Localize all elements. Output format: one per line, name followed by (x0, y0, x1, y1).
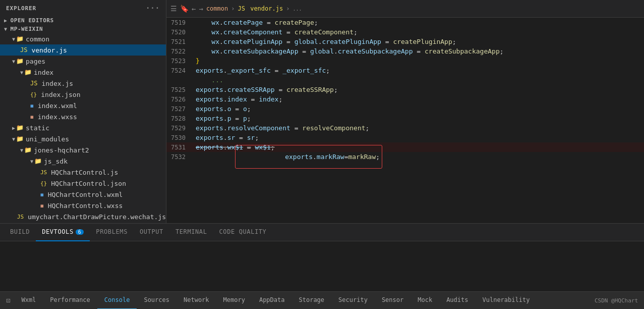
tree-item-hqchartcontrol-wxml[interactable]: ◼ HQChartControl.wxml (0, 189, 166, 200)
line-num-7532: 7532 (166, 153, 192, 161)
devtools-tab-appdata[interactable]: AppData (252, 292, 292, 310)
line-content-7523: } (192, 57, 644, 65)
tree-item-js-sdk[interactable]: ▼ 📁 js_sdk (0, 156, 166, 167)
code-line-7525: 7525 exports.createSSRApp = createSSRApp… (166, 85, 644, 94)
folder-icon-js-sdk: 📁 (34, 158, 42, 165)
code-container[interactable]: 7519 wx.createPage = createPage; 7520 wx… (166, 18, 644, 223)
line-content-7529: exports.resolveComponent = resolveCompon… (192, 124, 644, 132)
sidebar-header-icons: ··· (146, 4, 160, 12)
devtools-tab-sensor-label: Sensor (382, 296, 403, 303)
panel-content (0, 241, 644, 291)
devtools-tab-wxml[interactable]: Wxml (14, 292, 43, 310)
tab-devtools-label: DEVTOOLS (42, 228, 74, 235)
folder-icon-index: 📁 (24, 69, 32, 76)
bookmark-icon[interactable]: 🔖 (180, 5, 189, 13)
label-uni-modules: uni_modules (26, 135, 69, 143)
tree-item-index-folder[interactable]: ▼ 📁 index (0, 67, 166, 78)
folder-icon-static: 📁 (16, 124, 24, 131)
tree-item-common[interactable]: ▼ 📁 common (0, 33, 166, 44)
devtools-tab-performance[interactable]: Performance (43, 292, 97, 310)
devtools-tab-console-label: Console (104, 296, 130, 303)
label-index-folder: index (34, 69, 53, 76)
devtools-tab-security[interactable]: Security (331, 292, 375, 310)
line-num-7522: 7522 (166, 48, 192, 55)
tree-item-jones-hqchart2[interactable]: ▼ 📁 jones-hqchart2 (0, 144, 166, 156)
code-line-7520: 7520 wx.createComponent = createComponen… (166, 27, 644, 37)
label-pages: pages (26, 58, 45, 65)
line-num-7524: 7524 (166, 67, 192, 74)
editor-topbar: ☰ 🔖 ← → common › JS vendor.js › ... (166, 0, 644, 18)
back-icon[interactable]: ← (192, 5, 196, 13)
tree-item-index-json[interactable]: {} index.json (0, 89, 166, 100)
tab-build[interactable]: BUILD (4, 224, 36, 241)
devtools-tab-sensor[interactable]: Sensor (375, 292, 411, 310)
tab-output[interactable]: OUTPUT (134, 224, 169, 241)
tree-item-index-js[interactable]: JS index.js (0, 78, 166, 89)
devtools-tab-audits-label: Audits (446, 296, 468, 303)
devtools-tab-vulnerability[interactable]: Vulnerability (476, 292, 537, 310)
devtools-tab-console[interactable]: Console (97, 292, 137, 310)
line-num-7528: 7528 (166, 115, 192, 122)
devtools-tab-storage[interactable]: Storage (292, 292, 332, 310)
devtools-cursor-icon[interactable]: ⊡ (2, 296, 14, 304)
label-hqchartcontrol-wxss: HQChartControl.wxss (48, 202, 123, 210)
code-line-7519: 7519 wx.createPage = createPage; (166, 18, 644, 27)
code-line-comment: ... (166, 75, 644, 85)
devtools-tab-network[interactable]: Network (177, 292, 216, 310)
devtools-tab-memory-label: Memory (223, 296, 245, 303)
tree-item-index-wxml[interactable]: ◼ index.wxml (0, 100, 166, 111)
main-area: Explorer ··· ▶ Open Editors ▼ Mp-Weixin … (0, 0, 644, 223)
js-icon-vendor: JS (20, 46, 27, 54)
tree-item-umychart-chartdraw[interactable]: JS umychart.ChartDrawPicture.wechat.js (0, 211, 166, 222)
code-line-7532: 7532 exports.markRaw=markRaw; (166, 152, 644, 162)
line-num-7527: 7527 (166, 106, 192, 113)
editor-area: ☰ 🔖 ← → common › JS vendor.js › ... 7519… (166, 0, 644, 223)
line-num-7526: 7526 (166, 96, 192, 103)
tree-item-hqchartcontrol-js[interactable]: JS HQChartControl.js (0, 167, 166, 178)
forward-icon[interactable]: → (199, 5, 203, 13)
devtools-tab-memory[interactable]: Memory (216, 292, 252, 310)
sidebar-title: Explorer (6, 5, 36, 12)
tab-code-quality[interactable]: CODE QUALITY (213, 224, 273, 241)
tree-item-hqchartcontrol-wxss[interactable]: ◼ HQChartControl.wxss (0, 200, 166, 211)
tab-devtools[interactable]: DEVTOOLS 6 (36, 224, 90, 241)
devtools-right-text: CSDN @HQChart (595, 297, 642, 304)
sidebar-more-icon[interactable]: ··· (146, 4, 160, 12)
json-icon-index: {} (30, 91, 37, 98)
section-open-editors[interactable]: ▶ Open Editors (0, 16, 166, 25)
devtools-tab-performance-label: Performance (50, 296, 90, 303)
line-num-7530: 7530 (166, 134, 192, 141)
line-num-7519: 7519 (166, 19, 192, 26)
tab-problems-label: PROBLEMS (96, 228, 128, 235)
tree-item-index-wxss[interactable]: ◼ index.wxss (0, 111, 166, 122)
tab-devtools-badge: 6 (76, 229, 84, 235)
line-content-7522: wx.createSubpackageApp = global.createSu… (192, 47, 644, 55)
chevron-common: ▼ (12, 36, 15, 42)
label-index-wxss: index.wxss (38, 113, 77, 121)
devtools-tab-mock[interactable]: Mock (411, 292, 439, 310)
line-num-7520: 7520 (166, 29, 192, 36)
bottom-panel: BUILD DEVTOOLS 6 PROBLEMS OUTPUT TERMINA… (0, 223, 644, 309)
section-mp-weixin[interactable]: ▼ Mp-Weixin (0, 25, 166, 33)
tab-terminal-label: TERMINAL (175, 228, 207, 235)
devtools-bar: ⊡ Wxml Performance Console Sources Netwo… (0, 291, 644, 309)
wxss-icon-hqchart: ◼ (40, 202, 44, 209)
devtools-tab-audits[interactable]: Audits (439, 292, 475, 310)
tree-item-pages[interactable]: ▼ 📁 pages (0, 56, 166, 67)
chevron-index: ▼ (20, 70, 23, 75)
breadcrumb-file-name: vendor.js (250, 5, 283, 12)
tab-terminal[interactable]: TERMINAL (169, 224, 213, 241)
devtools-tab-sources[interactable]: Sources (137, 292, 177, 310)
tree-item-hqchartcontrol-json[interactable]: {} HQChartControl.json (0, 178, 166, 189)
menu-lines-icon[interactable]: ☰ (170, 5, 177, 13)
devtools-tab-wxml-label: Wxml (21, 296, 36, 303)
tab-problems[interactable]: PROBLEMS (90, 224, 134, 241)
tree-item-static[interactable]: ▶ 📁 static (0, 122, 166, 133)
chevron-open-editors: ▶ (4, 18, 8, 23)
label-index-js: index.js (41, 80, 73, 87)
line-num-7525: 7525 (166, 86, 192, 93)
code-line-7521: 7521 wx.createPluginApp = global.createP… (166, 37, 644, 46)
tree-item-uni-modules[interactable]: ▼ 📁 uni_modules (0, 133, 166, 144)
line-content-7520: wx.createComponent = createComponent; (192, 28, 644, 36)
tree-item-vendor-js[interactable]: JS vendor.js (0, 44, 166, 56)
